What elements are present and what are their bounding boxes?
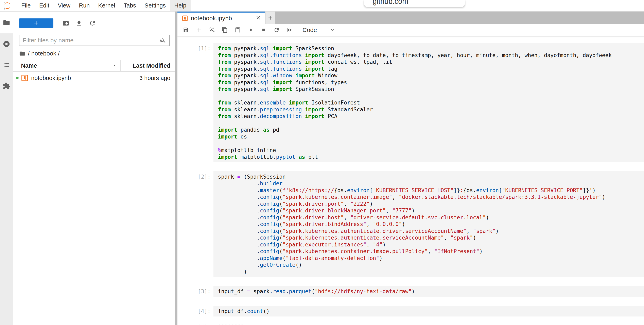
file-name: notebook.ipynb bbox=[31, 75, 120, 81]
browser-url-popup[interactable]: github.com bbox=[364, 0, 465, 7]
new-folder-button[interactable] bbox=[59, 20, 72, 27]
run-all-icon bbox=[286, 27, 292, 33]
filter-files-input[interactable] bbox=[20, 37, 160, 44]
puzzle-icon bbox=[3, 82, 10, 90]
menu-help[interactable]: Help bbox=[170, 0, 190, 11]
plus-icon bbox=[33, 20, 39, 26]
add-button[interactable] bbox=[196, 27, 202, 33]
notebook-file-icon bbox=[21, 74, 28, 82]
cell-prompt: [3]: bbox=[178, 286, 214, 297]
new-tab-button[interactable] bbox=[266, 12, 275, 24]
copy-button[interactable] bbox=[222, 27, 228, 33]
notebook-toolbar: Code bbox=[178, 24, 644, 37]
sort-ascending-icon bbox=[112, 63, 117, 68]
run-button[interactable] bbox=[248, 27, 254, 33]
stop-button[interactable] bbox=[260, 27, 267, 33]
restart-button[interactable] bbox=[273, 27, 280, 33]
chevron-down-icon[interactable] bbox=[330, 27, 335, 33]
sidebar-tab-table-of-contents[interactable] bbox=[0, 55, 13, 76]
list-icon bbox=[3, 61, 10, 69]
menu-tabs[interactable]: Tabs bbox=[119, 0, 140, 11]
column-header-name[interactable]: Name bbox=[13, 62, 120, 69]
cell-type-dropdown[interactable]: Code bbox=[302, 27, 317, 34]
code-cell: [1]:from pyspark.sql import SparkSession… bbox=[178, 43, 644, 162]
file-list-header: Name Last Modified bbox=[13, 60, 175, 72]
sidebar-tab-file-browser[interactable] bbox=[0, 12, 13, 34]
folder-icon bbox=[19, 50, 26, 57]
upload-button[interactable] bbox=[72, 20, 86, 27]
restart-icon bbox=[274, 27, 280, 33]
menu-bar: FileEditViewRunKernelTabsSettingsHelp bbox=[0, 0, 644, 12]
code-cell: [3]:input_df = spark.read.parquet("hdfs:… bbox=[178, 286, 644, 297]
menu-view[interactable]: View bbox=[54, 0, 75, 11]
cut-button[interactable] bbox=[208, 27, 215, 33]
notebook-content: [1]:from pyspark.sql import SparkSession… bbox=[178, 37, 644, 325]
dock-tab-bar: notebook.ipynb bbox=[178, 12, 644, 24]
cell-editor[interactable]: spark = (SparkSession .builder .master(f… bbox=[214, 171, 644, 277]
activity-sidebar bbox=[0, 12, 13, 325]
cut-icon bbox=[209, 27, 215, 33]
cell-editor[interactable]: input_df = spark.read.parquet("hdfs://hd… bbox=[214, 286, 644, 297]
upload-icon bbox=[76, 20, 83, 27]
sidebar-tab-extensions[interactable] bbox=[0, 76, 13, 97]
new-launcher-button[interactable] bbox=[19, 19, 54, 28]
cell-prompt: [4]: bbox=[178, 306, 214, 317]
breadcrumb-path: / notebook / bbox=[28, 50, 60, 57]
menu-kernel[interactable]: Kernel bbox=[94, 0, 119, 11]
menu-run[interactable]: Run bbox=[75, 0, 94, 11]
notebook-file-icon bbox=[182, 15, 188, 21]
file-row[interactable]: notebook.ipynb 3 hours ago bbox=[13, 72, 175, 84]
breadcrumb[interactable]: / notebook / bbox=[13, 46, 175, 60]
notebook-panel: notebook.ipynb Code [1]:from pyspark.sql… bbox=[178, 12, 644, 325]
menu-file[interactable]: File bbox=[17, 0, 35, 11]
column-header-last-modified[interactable]: Last Modified bbox=[120, 60, 175, 71]
menu-edit[interactable]: Edit bbox=[35, 0, 54, 11]
code-cell: [2]:spark = (SparkSession .builder .mast… bbox=[178, 171, 644, 277]
menu-settings[interactable]: Settings bbox=[140, 0, 170, 11]
stop-icon bbox=[260, 27, 267, 33]
refresh-icon bbox=[89, 20, 96, 27]
search-icon bbox=[160, 37, 166, 44]
jupyter-logo-icon bbox=[3, 1, 12, 10]
kernel-running-dot bbox=[16, 77, 18, 79]
file-browser-toolbar bbox=[13, 12, 175, 30]
popup-url-text: github.com bbox=[373, 0, 408, 6]
cell-prompt: [4]: bbox=[178, 321, 214, 325]
cell-prompt: [2]: bbox=[178, 171, 214, 277]
tab-notebook[interactable]: notebook.ipynb bbox=[178, 12, 265, 24]
paste-button[interactable] bbox=[234, 27, 241, 33]
filter-box bbox=[19, 35, 170, 46]
refresh-button[interactable] bbox=[86, 20, 99, 27]
cell-output-area: 12106669 bbox=[214, 321, 644, 325]
tab-label: notebook.ipynb bbox=[191, 15, 255, 22]
run-icon bbox=[248, 27, 254, 33]
output-cell: [4]:12106669 bbox=[178, 321, 644, 325]
sidebar-tab-running-sessions[interactable] bbox=[0, 34, 13, 55]
run-all-button[interactable] bbox=[286, 27, 293, 33]
code-cell: [4]:input_df.count() bbox=[178, 306, 644, 317]
folder-icon bbox=[3, 19, 10, 26]
cell-editor[interactable]: input_df.count() bbox=[214, 306, 644, 317]
close-tab-icon[interactable] bbox=[255, 15, 262, 22]
jupyterlab-shell: / notebook / Name Last Modified notebook… bbox=[0, 12, 644, 325]
save-button[interactable] bbox=[183, 27, 189, 33]
cell-prompt: [1]: bbox=[178, 43, 214, 162]
file-modified: 3 hours ago bbox=[120, 75, 175, 81]
copy-icon bbox=[222, 27, 228, 33]
new-folder-icon bbox=[62, 20, 70, 27]
save-icon bbox=[183, 27, 189, 33]
panel-resize-handle[interactable] bbox=[175, 12, 178, 325]
add-icon bbox=[196, 27, 202, 33]
file-browser-panel: / notebook / Name Last Modified notebook… bbox=[13, 12, 175, 325]
paste-icon bbox=[235, 27, 241, 33]
running-icon bbox=[3, 40, 10, 48]
plus-icon bbox=[267, 15, 273, 21]
cell-editor[interactable]: from pyspark.sql import SparkSessionfrom… bbox=[214, 43, 644, 162]
